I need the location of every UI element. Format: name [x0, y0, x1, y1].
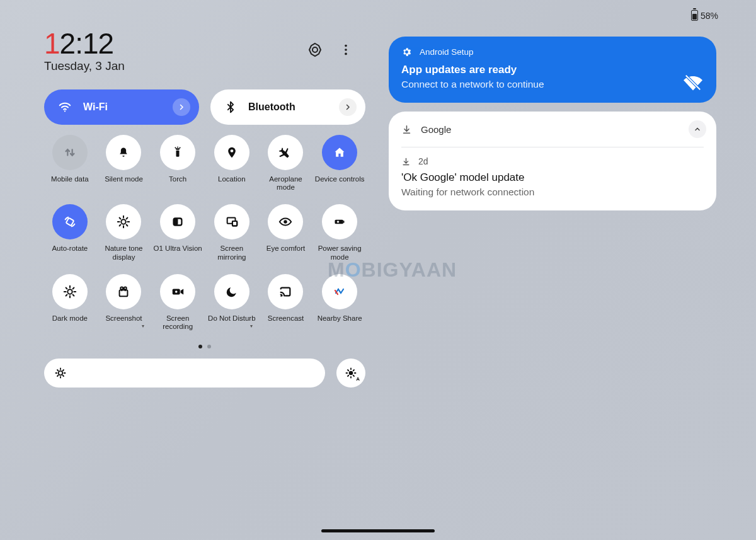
svg-line-66 — [353, 370, 354, 371]
svg-point-49 — [59, 371, 63, 376]
download-icon — [401, 157, 411, 166]
notification-google[interactable]: Google 2d 'Ok Google' model update Waiti… — [389, 112, 716, 210]
nav-handle[interactable] — [321, 529, 435, 532]
tile-dark-mode[interactable]: Dark mode — [44, 274, 96, 331]
wifi-toggle[interactable]: Wi-Fi — [44, 89, 199, 125]
svg-line-39 — [72, 287, 74, 289]
svg-point-4 — [345, 53, 347, 55]
eye-icon — [268, 204, 303, 239]
svg-line-65 — [348, 376, 348, 376]
status-bar: 58% — [691, 10, 718, 21]
svg-line-63 — [348, 370, 348, 371]
svg-point-3 — [345, 49, 347, 51]
tile-screencast[interactable]: Screencast — [260, 274, 312, 331]
svg-line-9 — [180, 147, 180, 149]
svg-line-18 — [127, 225, 128, 226]
svg-rect-30 — [337, 222, 339, 223]
clock-date: Tuesday, 3 Jan — [44, 59, 125, 73]
nearby-share-icon — [322, 274, 357, 309]
tile-o1-ultra-vision[interactable]: O1 Ultra Vision — [152, 204, 203, 261]
bluetooth-label: Bluetooth — [248, 101, 295, 113]
chevron-down-icon: ▾ — [142, 323, 144, 329]
bluetooth-expand[interactable] — [339, 98, 357, 116]
svg-point-26 — [284, 221, 288, 224]
location-icon — [214, 135, 249, 170]
aeroplane-icon — [268, 135, 303, 170]
svg-rect-22 — [174, 219, 178, 226]
clock: 12:12 — [44, 26, 125, 60]
tile-screen-mirroring[interactable]: Screen mirroring — [206, 204, 258, 261]
svg-rect-6 — [176, 151, 180, 157]
torch-icon — [160, 135, 195, 170]
svg-line-8 — [175, 147, 176, 149]
clock-hour-first: 1 — [44, 27, 60, 60]
tile-nearby-share[interactable]: Nearby Share — [314, 274, 365, 331]
notification-subtitle: Waiting for network connection — [401, 187, 704, 198]
screenshot-icon — [106, 274, 141, 309]
bluetooth-toggle[interactable]: Bluetooth — [210, 89, 365, 125]
collapse-button[interactable] — [689, 120, 706, 138]
svg-point-1 — [312, 47, 318, 52]
notification-title: App updates are ready — [401, 64, 704, 76]
tile-location[interactable]: Location — [206, 135, 258, 192]
notification-title: 'Ok Google' model update — [401, 171, 704, 184]
svg-rect-24 — [232, 222, 237, 226]
bell-icon — [106, 135, 141, 170]
svg-marker-46 — [181, 289, 184, 294]
svg-line-19 — [120, 225, 121, 226]
sun-outline-icon — [52, 274, 88, 309]
record-icon — [160, 274, 195, 309]
tile-aeroplane-mode[interactable]: Aeroplane mode — [260, 135, 312, 192]
svg-point-48 — [281, 296, 282, 297]
sun-icon — [106, 204, 141, 239]
brightness-slider[interactable] — [44, 359, 325, 388]
tile-nature-tone[interactable]: Nature tone display — [98, 204, 150, 261]
auto-brightness-button[interactable]: A — [336, 359, 365, 388]
tile-power-saving[interactable]: Power saving mode — [314, 204, 365, 261]
more-icon[interactable] — [339, 43, 353, 57]
svg-line-38 — [66, 294, 67, 296]
svg-line-20 — [127, 218, 128, 219]
svg-point-10 — [230, 149, 233, 152]
tile-torch[interactable]: Torch — [152, 135, 203, 192]
svg-rect-28 — [343, 221, 345, 223]
download-icon — [401, 124, 412, 135]
svg-line-54 — [57, 370, 58, 371]
settings-icon[interactable] — [307, 42, 323, 57]
notification-age: 2d — [418, 156, 428, 166]
svg-point-5 — [64, 110, 66, 112]
svg-rect-40 — [120, 290, 128, 296]
page-dot-2 — [207, 345, 211, 348]
wifi-expand[interactable] — [173, 98, 190, 116]
tile-screenshot[interactable]: Screenshot ▾ — [98, 274, 150, 331]
battery-saver-icon — [322, 204, 357, 239]
cast-icon — [268, 274, 303, 309]
tile-mobile-data[interactable]: Mobile data — [44, 135, 96, 192]
page-indicator — [44, 345, 365, 348]
svg-line-64 — [353, 376, 354, 376]
tile-screen-recording[interactable]: Screen recording — [152, 274, 203, 331]
wifi-off-icon — [684, 73, 702, 92]
tile-do-not-disturb[interactable]: Do Not Disturb ▾ — [206, 274, 258, 331]
svg-marker-0 — [309, 43, 321, 56]
chevron-down-icon: ▾ — [250, 323, 253, 329]
svg-point-47 — [175, 290, 178, 293]
home-icon — [322, 135, 357, 170]
tile-eye-comfort[interactable]: Eye comfort — [260, 204, 312, 261]
clock-rest: 2:12 — [60, 27, 114, 60]
tile-silent-mode[interactable]: Silent mode — [98, 135, 150, 192]
tile-device-controls[interactable]: Device controls — [314, 135, 365, 192]
svg-line-55 — [63, 376, 64, 376]
svg-rect-11 — [66, 218, 74, 226]
svg-line-37 — [72, 294, 74, 296]
divider — [401, 147, 704, 147]
notification-android-setup[interactable]: Android Setup App updates are ready Conn… — [389, 37, 716, 103]
notification-panel: Android Setup App updates are ready Conn… — [389, 37, 716, 210]
wifi-label: Wi-Fi — [83, 101, 108, 113]
tile-auto-rotate[interactable]: Auto-rotate — [44, 204, 96, 261]
page-dot-1 — [198, 345, 202, 348]
notification-subtitle: Connect to a network to continue — [401, 79, 704, 90]
bluetooth-icon — [224, 101, 237, 113]
brightness-icon — [54, 367, 67, 379]
wifi-icon — [58, 100, 72, 114]
